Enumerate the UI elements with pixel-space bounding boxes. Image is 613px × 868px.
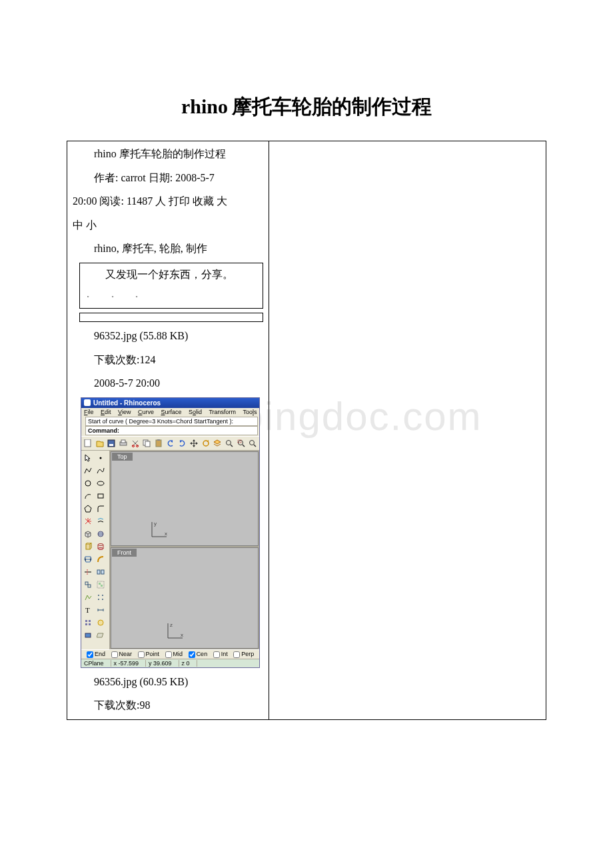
svg-point-38 [102,599,103,600]
polygon-icon[interactable] [82,503,94,515]
open-icon[interactable] [95,438,105,449]
transform-icon[interactable] [82,591,94,603]
arc-icon[interactable] [82,490,94,502]
join-icon[interactable] [82,579,94,591]
img1-date: 2008-5-7 20:00 [67,373,269,393]
dimension-icon[interactable] [95,604,107,616]
sweep-icon[interactable] [95,553,107,565]
rhino-cmd-input[interactable]: Command: [85,426,258,435]
properties-icon[interactable] [82,617,94,629]
svg-rect-10 [157,439,160,441]
hide-icon[interactable] [95,629,107,641]
new-icon[interactable] [83,438,93,449]
layout-table: rhino 摩托车轮胎的制作过程 作者: carrot 日期: 2008-5-7… [67,141,546,720]
right-column [269,141,546,720]
rhino-toolbar-top [81,436,259,451]
osnap-point[interactable]: Point [138,651,160,657]
rhino-status-bar: CPlane x -57.599 y 39.609 z 0 [81,659,259,667]
rectangle-icon[interactable] [95,490,107,502]
osnap-perp-checkbox[interactable] [233,651,240,658]
cut-icon[interactable] [130,438,141,449]
polyline-icon[interactable] [82,465,94,477]
svg-line-15 [243,445,245,447]
osnap-point-checkbox[interactable] [138,651,145,658]
svg-rect-34 [101,585,103,587]
undo-icon[interactable] [165,438,176,449]
trim-icon[interactable] [82,566,94,578]
rhino-viewports: Top y x Front [110,451,259,649]
svg-point-37 [98,599,99,600]
rhino-screenshot: Untitled - Rhinoceros File Edit View Cur… [81,397,260,668]
shade-icon[interactable] [82,629,94,641]
explode-icon[interactable] [82,515,94,527]
article-tags: rhino, 摩托车, 轮胎, 制作 [67,239,269,259]
osnap-cen-checkbox[interactable] [189,651,195,658]
svg-text:z: z [170,622,173,628]
viewport-front[interactable]: Front z x [111,547,259,649]
svg-point-27 [98,547,103,549]
menu-file[interactable]: File [84,409,94,415]
rhino-menubar: File Edit View Curve Surface Solid Trans… [81,408,259,416]
menu-surface[interactable]: Surface [161,409,181,415]
zoom-icon[interactable] [247,438,258,449]
point-icon[interactable] [95,452,107,464]
svg-rect-43 [89,623,91,625]
revolve-icon[interactable] [95,541,107,553]
svg-rect-8 [145,441,150,447]
osnap-int-checkbox[interactable] [213,651,220,658]
svg-rect-31 [88,585,91,587]
circle-icon[interactable] [82,477,94,489]
extrude-icon[interactable] [82,541,94,553]
zoom-window-icon[interactable] [236,438,247,449]
array-icon[interactable] [95,591,107,603]
render-icon[interactable] [95,617,107,629]
status-cplane: CPlane [84,660,111,667]
osnap-mid[interactable]: Mid [165,651,183,657]
split-icon[interactable] [95,566,107,578]
osnap-near-checkbox[interactable] [111,651,118,658]
curve-icon[interactable] [95,465,107,477]
viewport-label-top: Top [112,453,133,461]
osnap-near[interactable]: Near [111,651,133,657]
layers-icon[interactable] [212,438,223,449]
svg-line-13 [231,445,233,447]
menu-view[interactable]: View [118,409,131,415]
rhino-titlebar: Untitled - Rhinoceros [81,398,259,408]
svg-rect-42 [85,623,87,625]
redo-icon[interactable] [177,438,187,449]
svg-rect-25 [86,544,90,549]
axes-icon: z x [166,621,186,641]
group-icon[interactable] [95,579,107,591]
pointer-icon[interactable] [82,452,94,464]
osnap-perp[interactable]: Perp [233,651,254,657]
text-icon[interactable]: T [82,604,94,616]
offset-icon[interactable] [95,515,107,527]
menu-edit[interactable]: Edit [101,409,111,415]
paste-icon[interactable] [153,438,164,449]
menu-transform[interactable]: Transform [209,409,236,415]
sphere-icon[interactable] [95,528,107,540]
fillet-icon[interactable] [95,503,107,515]
move-icon[interactable] [189,438,199,449]
osnap-mid-checkbox[interactable] [165,651,172,658]
osnap-cen[interactable]: Cen [189,651,208,657]
svg-point-26 [98,543,103,545]
menu-tools[interactable]: Tools [243,409,257,415]
share-box: 又发现一个好东西，分享。 。 。 。 [79,263,263,309]
copy-icon[interactable] [141,438,152,449]
viewport-top[interactable]: Top y x [111,451,259,546]
ellipse-icon[interactable] [95,477,107,489]
menu-solid[interactable]: Solid [189,409,202,415]
osnap-int[interactable]: Int [213,651,228,657]
menu-curve[interactable]: Curve [138,409,154,415]
svg-rect-28 [97,570,100,574]
save-icon[interactable] [106,438,117,449]
box-icon[interactable] [82,528,94,540]
print-icon[interactable] [118,438,129,449]
svg-point-21 [97,481,104,485]
rotate-icon[interactable] [201,438,211,449]
loft-icon[interactable] [82,553,94,565]
osnap-end[interactable]: End [87,651,105,657]
zoom-extents-icon[interactable] [224,438,235,449]
osnap-end-checkbox[interactable] [87,651,93,658]
